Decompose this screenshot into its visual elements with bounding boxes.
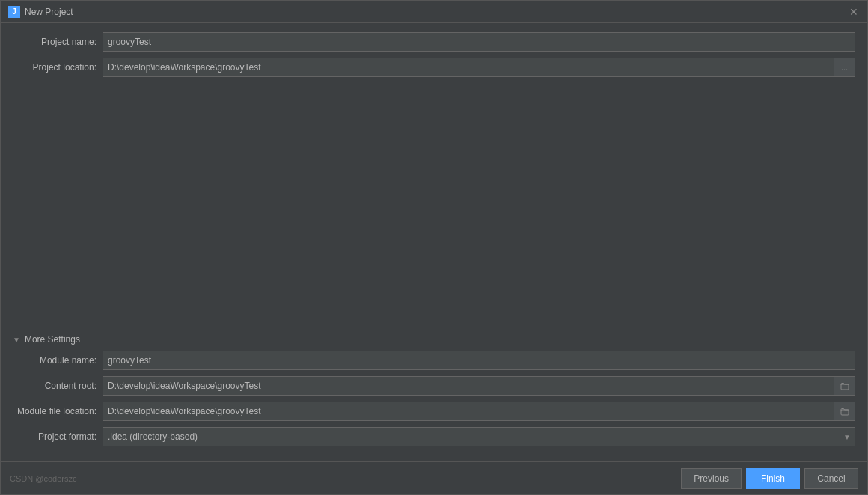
more-settings-header[interactable]: ▼ More Settings <box>13 334 855 345</box>
more-settings-label: More Settings <box>25 334 80 345</box>
module-name-input[interactable] <box>103 351 855 370</box>
watermark: CSDN @coderszc <box>10 474 676 483</box>
svg-rect-0 <box>841 384 849 390</box>
content-root-input[interactable] <box>103 376 834 396</box>
content-root-input-group <box>103 376 855 396</box>
module-name-row: Module name: <box>13 351 855 370</box>
close-button[interactable]: ✕ <box>848 6 860 18</box>
content-root-browse-button[interactable] <box>834 376 855 396</box>
title-bar: J New Project ✕ <box>1 1 867 23</box>
project-location-input-group: ... <box>103 58 855 77</box>
dialog-footer: CSDN @coderszc Previous Finish Cancel <box>1 461 867 494</box>
cancel-button[interactable]: Cancel <box>804 468 858 489</box>
module-file-location-label: Module file location: <box>13 406 103 416</box>
project-location-browse-button[interactable]: ... <box>834 58 855 77</box>
project-name-label: Project name: <box>13 37 103 47</box>
project-format-select[interactable]: .idea (directory-based) .ipr (file-based… <box>103 427 855 446</box>
module-name-label: Module name: <box>13 355 103 366</box>
svg-rect-1 <box>841 410 849 415</box>
new-project-dialog: J New Project ✕ Project name: Project lo… <box>0 0 868 495</box>
module-file-location-input[interactable] <box>103 402 834 421</box>
project-format-label: Project format: <box>13 431 103 442</box>
project-location-row: Project location: ... <box>13 58 855 77</box>
project-name-input[interactable] <box>103 32 855 52</box>
content-root-row: Content root: <box>13 376 855 396</box>
dialog-title: New Project <box>25 7 73 17</box>
more-settings-chevron-icon: ▼ <box>13 336 20 344</box>
previous-button[interactable]: Previous <box>681 468 742 489</box>
module-file-location-browse-button[interactable] <box>834 402 855 421</box>
content-root-label: Content root: <box>13 381 103 391</box>
project-format-select-wrapper: .idea (directory-based) .ipr (file-based… <box>103 427 855 446</box>
title-bar-left: J New Project <box>8 6 73 18</box>
dialog-content: Project name: Project location: ... ▼ Mo… <box>1 23 867 461</box>
app-icon: J <box>8 6 20 18</box>
finish-button[interactable]: Finish <box>746 468 800 489</box>
project-name-row: Project name: <box>13 32 855 52</box>
more-settings-section: ▼ More Settings Module name: Content roo… <box>13 328 855 452</box>
project-location-input[interactable] <box>103 58 834 77</box>
module-file-location-input-group <box>103 402 855 421</box>
content-spacer <box>13 83 855 325</box>
project-location-label: Project location: <box>13 62 103 73</box>
project-format-row: Project format: .idea (directory-based) … <box>13 427 855 446</box>
module-file-location-row: Module file location: <box>13 402 855 421</box>
